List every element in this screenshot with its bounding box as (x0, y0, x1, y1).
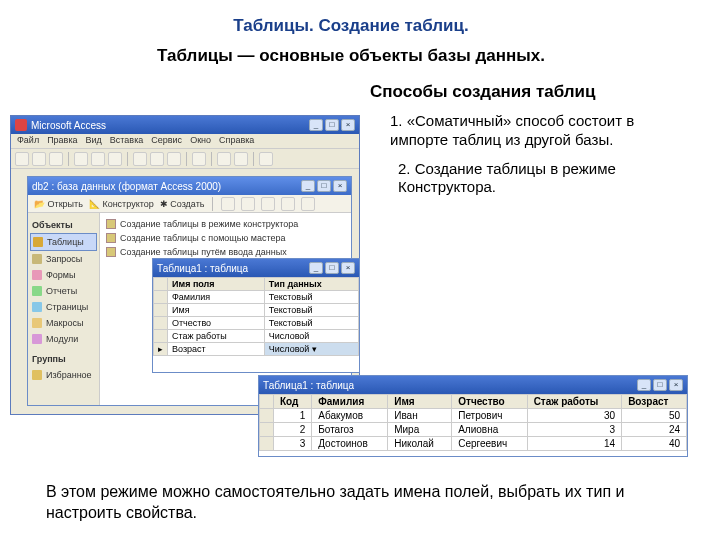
sheet-max-button[interactable]: □ (653, 379, 667, 391)
col-firstname[interactable]: Имя (388, 395, 452, 409)
slide-title: Таблицы. Создание таблиц. (10, 16, 692, 36)
bullet-1: 1. «Соматичный» способ состоит в импорте… (390, 112, 692, 150)
db-max-button[interactable]: □ (317, 180, 331, 192)
sheet-title: Таблица1 : таблица (263, 380, 354, 391)
menu-window[interactable]: Окно (190, 135, 211, 147)
nav-tables[interactable]: Таблицы (30, 233, 97, 251)
tb-print-icon[interactable] (74, 152, 88, 166)
tb-open-icon[interactable] (32, 152, 46, 166)
cell[interactable]: Возраст (168, 343, 265, 356)
menu-tools[interactable]: Сервис (151, 135, 182, 147)
design-max-button[interactable]: □ (325, 262, 339, 274)
db-view-detail-icon[interactable] (301, 197, 315, 211)
datasheet-window: Таблица1 : таблица _ □ × Код Фамилия Имя… (258, 375, 688, 457)
tb-new-icon[interactable] (15, 152, 29, 166)
list-item[interactable]: Создание таблицы с помощью мастера (104, 231, 347, 245)
nav-queries[interactable]: Запросы (30, 251, 97, 267)
queries-icon (32, 254, 42, 264)
cell[interactable]: Числовой (264, 330, 358, 343)
table-row[interactable]: 3ДостоиновНиколайСергеевич1440 (260, 437, 687, 451)
col-id[interactable]: Код (274, 395, 312, 409)
tables-icon (33, 237, 43, 247)
tb-copy-icon[interactable] (150, 152, 164, 166)
bullet-2: 2. Создание таблицы в режиме Конструктор… (390, 160, 692, 198)
db-design-button[interactable]: 📐 Конструктор (89, 199, 154, 209)
tb-rel-icon[interactable] (217, 152, 231, 166)
sheet-close-button[interactable]: × (669, 379, 683, 391)
design-min-button[interactable]: _ (309, 262, 323, 274)
nav-macros[interactable]: Макросы (30, 315, 97, 331)
tb-analyze-icon[interactable] (234, 152, 248, 166)
cell[interactable]: Имя (168, 304, 265, 317)
modules-icon (32, 334, 42, 344)
db-view-small-icon[interactable] (261, 197, 275, 211)
cell[interactable]: Текстовый (264, 317, 358, 330)
cell[interactable]: Фамилия (168, 291, 265, 304)
slide-subtitle: Таблицы — основные объекты базы данных. (10, 46, 692, 66)
design-grid[interactable]: Имя поляТип данных ФамилияТекстовый ИмяТ… (153, 277, 359, 356)
menu-view[interactable]: Вид (86, 135, 102, 147)
tb-paste-icon[interactable] (167, 152, 181, 166)
tb-save-icon[interactable] (49, 152, 63, 166)
cell[interactable]: Текстовый (264, 291, 358, 304)
nav-header: Объекты (30, 217, 97, 233)
nav-forms[interactable]: Формы (30, 267, 97, 283)
minimize-button[interactable]: _ (309, 119, 323, 131)
create-icon (106, 233, 116, 243)
nav-favorites[interactable]: Избранное (30, 367, 97, 383)
menu-file[interactable]: Файл (17, 135, 39, 147)
db-titlebar: db2 : база данных (формат Access 2000) _… (28, 177, 351, 195)
cell[interactable]: Стаж работы (168, 330, 265, 343)
db-view-list-icon[interactable] (281, 197, 295, 211)
tb-undo-icon[interactable] (192, 152, 206, 166)
db-delete-icon[interactable] (221, 197, 235, 211)
list-item[interactable]: Создание таблицы путём ввода данных (104, 245, 347, 259)
db-min-button[interactable]: _ (301, 180, 315, 192)
toolbar (11, 149, 359, 169)
reports-icon (32, 286, 42, 296)
nav-reports[interactable]: Отчеты (30, 283, 97, 299)
sheet-min-button[interactable]: _ (637, 379, 651, 391)
menu-edit[interactable]: Правка (47, 135, 77, 147)
menu-insert[interactable]: Вставка (110, 135, 143, 147)
col-datatype[interactable]: Тип данных (264, 278, 358, 291)
close-button[interactable]: × (341, 119, 355, 131)
maximize-button[interactable]: □ (325, 119, 339, 131)
cell-selected[interactable]: Числовой ▾ (264, 343, 358, 356)
menu-help[interactable]: Справка (219, 135, 254, 147)
access-icon (15, 119, 27, 131)
macros-icon (32, 318, 42, 328)
cell[interactable]: Текстовый (264, 304, 358, 317)
col-fieldname[interactable]: Имя поля (168, 278, 265, 291)
tb-spell-icon[interactable] (108, 152, 122, 166)
nav-groups-header: Группы (30, 351, 97, 367)
col-experience[interactable]: Стаж работы (527, 395, 622, 409)
design-window: Таблица1 : таблица _ □ × Имя поляТип дан… (152, 258, 360, 373)
db-toolbar: 📂 Открыть 📐 Конструктор ✱ Создать (28, 195, 351, 213)
nav-pages[interactable]: Страницы (30, 299, 97, 315)
db-open-button[interactable]: 📂 Открыть (34, 199, 83, 209)
datasheet-grid[interactable]: Код Фамилия Имя Отчество Стаж работы Воз… (259, 394, 687, 451)
table-row[interactable]: 2БотагозМираАлиовна324 (260, 423, 687, 437)
access-titlebar: Microsoft Access _ □ × (11, 116, 359, 134)
db-nav: Объекты Таблицы Запросы Формы Отчеты Стр… (28, 213, 100, 405)
sheet-titlebar: Таблица1 : таблица _ □ × (259, 376, 687, 394)
db-view-large-icon[interactable] (241, 197, 255, 211)
list-item[interactable]: Создание таблицы в режиме конструктора (104, 217, 347, 231)
row-selector-icon[interactable]: ▸ (154, 343, 168, 356)
tb-preview-icon[interactable] (91, 152, 105, 166)
nav-modules[interactable]: Модули (30, 331, 97, 347)
col-lastname[interactable]: Фамилия (312, 395, 388, 409)
cell[interactable]: Отчество (168, 317, 265, 330)
design-close-button[interactable]: × (341, 262, 355, 274)
forms-icon (32, 270, 42, 280)
db-close-button[interactable]: × (333, 180, 347, 192)
col-age[interactable]: Возраст (622, 395, 687, 409)
tb-cut-icon[interactable] (133, 152, 147, 166)
table-row[interactable]: 1АбакумовИванПетрович3050 (260, 409, 687, 423)
footer-note: В этом режиме можно самостоятельно задат… (46, 482, 690, 524)
tb-help-icon[interactable] (259, 152, 273, 166)
col-patronymic[interactable]: Отчество (452, 395, 527, 409)
db-title: db2 : база данных (формат Access 2000) (32, 181, 221, 192)
db-new-button[interactable]: ✱ Создать (160, 199, 205, 209)
